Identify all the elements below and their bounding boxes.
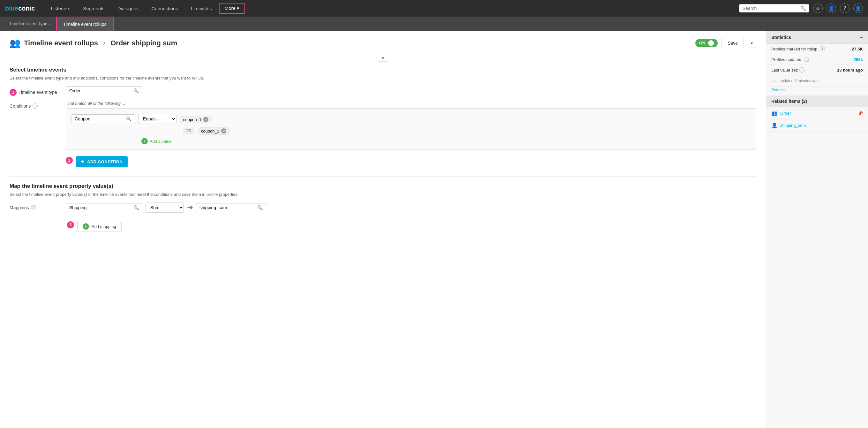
search-icon: 🔍 xyxy=(800,6,806,11)
logo[interactable]: blueconic xyxy=(5,5,35,12)
conditions-label-text: Conditions xyxy=(9,104,31,109)
statistics-title: Statistics xyxy=(771,35,791,40)
related-order-icon: 👥 xyxy=(771,110,778,116)
condition-field[interactable] xyxy=(75,116,124,121)
conditions-info-icon[interactable]: i xyxy=(33,104,38,109)
add-value-plus-icon: + xyxy=(142,138,148,144)
search-input[interactable] xyxy=(743,6,799,11)
pin-icon[interactable]: 📌 xyxy=(858,111,863,116)
add-condition-button[interactable]: + ADD CONDITION xyxy=(76,156,128,167)
breadcrumb-separator: › xyxy=(103,39,105,47)
mappings-info-icon[interactable]: i xyxy=(31,205,36,210)
condition-field-input[interactable]: 🔍 xyxy=(71,114,135,123)
match-text: That match all of the following ... xyxy=(66,101,756,106)
nav-listeners[interactable]: Listeners xyxy=(45,3,76,14)
add-value-label: Add a value xyxy=(150,139,172,144)
content-area: 👥 Timeline event rollups › Order shippin… xyxy=(0,31,766,428)
statistics-header: Statistics – xyxy=(766,31,868,44)
settings-icon[interactable]: ⚙ xyxy=(813,3,823,13)
page-header: 👥 Timeline event rollups › Order shippin… xyxy=(9,38,756,48)
nav-more[interactable]: More ▾ xyxy=(219,3,245,14)
chevron-down-icon: ▼ xyxy=(750,41,753,45)
conditions-label: Conditions i xyxy=(9,101,61,109)
event-type-field[interactable] xyxy=(69,88,131,93)
nav-items: Listeners Segments Dialogues Connections… xyxy=(45,3,737,14)
related-order-label: Order xyxy=(780,111,791,116)
nav-dialogues[interactable]: Dialogues xyxy=(112,3,145,14)
related-shipping-label: shipping_sum xyxy=(780,123,806,128)
tag-coupon3-remove[interactable]: ✕ xyxy=(221,129,226,134)
event-type-input[interactable]: 🔍 xyxy=(66,86,142,95)
add-mapping-plus-icon: + xyxy=(83,223,89,230)
step2-row: 2 + ADD CONDITION xyxy=(66,153,756,167)
section2-title: Map the timeline event property value(s) xyxy=(9,183,756,190)
tag-coupon1: coupon_1 ✕ xyxy=(180,116,212,123)
profiles-updated-label: Profiles updated: i xyxy=(771,57,809,62)
mappings-row: Mappings i 🔍 Sum ➜ 🔍 xyxy=(9,202,756,213)
divider-area: ▼ xyxy=(9,55,756,62)
tag-coupon3: coupon_3 ✕ xyxy=(197,127,230,135)
section1-desc: Select the timeline event type and any a… xyxy=(9,76,756,81)
mappings-label: Mappings i xyxy=(9,202,61,210)
tab-event-types[interactable]: Timeline event types xyxy=(3,17,56,31)
toggle-on[interactable]: ON xyxy=(695,39,718,47)
add-condition-label: ADD CONDITION xyxy=(87,160,123,164)
search-box[interactable]: 🔍 xyxy=(739,4,809,12)
event-type-search-icon: 🔍 xyxy=(133,88,139,93)
account-icon[interactable]: 👤 xyxy=(853,3,863,13)
refresh-link[interactable]: Refresh xyxy=(766,87,868,95)
nav-right: 🔍 ⚙ 👤 ? 👤 xyxy=(739,3,863,13)
step2-badge: 2 xyxy=(66,157,73,164)
event-type-label-text: Timeline event type xyxy=(19,90,57,95)
page-header-icon: 👥 xyxy=(9,38,21,48)
help-icon[interactable]: ? xyxy=(840,3,849,13)
tab-event-rollups[interactable]: Timeline event rollups xyxy=(56,17,114,31)
conditions-block: That match all of the following ... 🔍 Eq… xyxy=(66,101,756,170)
top-nav: blueconic Listeners Segments Dialogues C… xyxy=(0,0,868,17)
minimize-statistics-icon[interactable]: – xyxy=(860,34,863,40)
section-divider xyxy=(9,176,756,177)
last-value-info-icon[interactable]: i xyxy=(799,67,805,73)
related-item-order[interactable]: 👥 Order 📌 xyxy=(766,107,868,119)
nav-segments[interactable]: Segments xyxy=(77,3,111,14)
add-value-button[interactable]: + Add a value xyxy=(142,138,751,144)
breadcrumb-current: Order shipping sum xyxy=(111,39,177,47)
step1-badge: 1 xyxy=(9,89,17,96)
user-icon[interactable]: 👤 xyxy=(827,3,836,13)
related-items-header: Related items (2) xyxy=(766,95,868,107)
mapping-target-search-icon: 🔍 xyxy=(257,205,262,210)
condition-search-icon: 🔍 xyxy=(126,116,131,121)
mapping-field-input[interactable]: 🔍 xyxy=(66,203,142,212)
collapse-chevron[interactable]: ▼ xyxy=(378,55,388,62)
add-mapping-button[interactable]: + Add mapping xyxy=(77,221,122,232)
save-button[interactable]: Save xyxy=(721,38,744,48)
related-item-shipping[interactable]: 👤 shipping_sum xyxy=(766,119,868,132)
profiles-updated-row: Profiles updated: i 256k xyxy=(766,54,868,65)
profiles-updated-info-icon[interactable]: i xyxy=(804,57,809,62)
logo-blue: blue xyxy=(5,5,18,12)
mapping-target[interactable] xyxy=(199,205,255,210)
logo-conic: conic xyxy=(18,5,35,12)
section2-desc: Select the timeline event property value… xyxy=(9,192,756,197)
condition-box: 🔍 Equals coupon_1 ✕ xyxy=(66,108,756,150)
breadcrumb-parent[interactable]: Timeline event rollups xyxy=(24,39,98,47)
profiles-marked-info-icon[interactable]: i xyxy=(820,46,825,51)
event-type-row: 1 Timeline event type 🔍 xyxy=(9,86,756,96)
last-value-label: Last value set: i xyxy=(771,67,805,73)
nav-lifecycles[interactable]: Lifecycles xyxy=(185,3,218,14)
condition-or-row: OR coupon_3 ✕ xyxy=(71,127,751,135)
last-value-value: 13 hours ago xyxy=(837,68,863,73)
tag-coupon1-remove[interactable]: ✕ xyxy=(203,117,208,122)
save-dropdown[interactable]: ▼ xyxy=(748,38,756,48)
nav-connections[interactable]: Connections xyxy=(146,3,184,14)
sidebar: Statistics – Profiles marked for rollup:… xyxy=(766,31,868,428)
mapping-operator-select[interactable]: Sum xyxy=(146,202,184,213)
event-type-label: 1 Timeline event type xyxy=(9,86,61,96)
condition-operator-select[interactable]: Equals xyxy=(138,114,177,124)
profiles-updated-value: 256k xyxy=(854,57,863,62)
mapping-field[interactable] xyxy=(69,205,131,210)
add-mapping-label: Add mapping xyxy=(92,224,116,229)
condition-main-row: 🔍 Equals coupon_1 ✕ xyxy=(71,114,751,124)
main-layout: 👥 Timeline event rollups › Order shippin… xyxy=(0,31,868,428)
mapping-target-input[interactable]: 🔍 xyxy=(196,203,266,212)
